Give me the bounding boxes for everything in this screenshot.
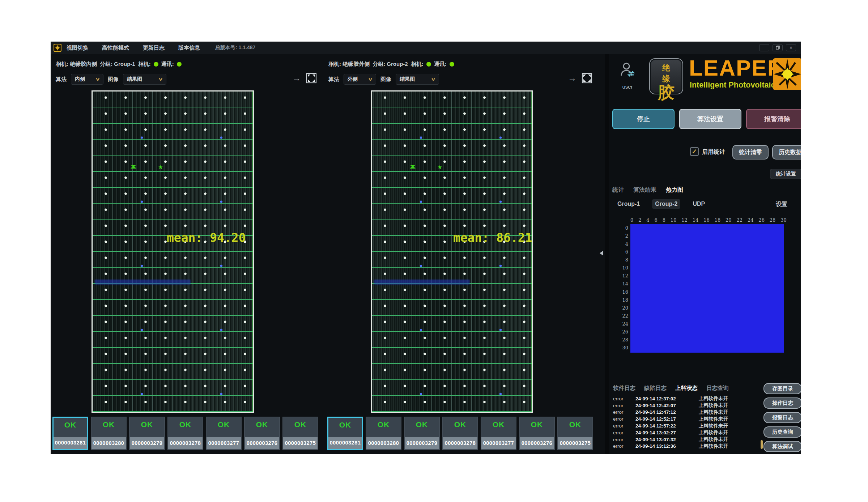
log-time: 24-09-14 12:42:07 [635, 403, 699, 408]
algo-label: 算法 [328, 76, 339, 83]
alarm-clear-button[interactable]: 报警清除 [746, 109, 801, 129]
result-tile[interactable]: OK 0000003278 [167, 417, 203, 450]
result-tile[interactable]: OK 0000003277 [481, 417, 516, 450]
result-tab[interactable]: 热力图 [666, 186, 683, 194]
fullscreen-icon[interactable] [306, 73, 317, 84]
tile-id: 0000003281 [328, 437, 362, 449]
user-icon [619, 62, 636, 81]
log-tabs: 软件日志缺陷日志上料状态日志查询 [613, 384, 729, 392]
menu-item[interactable]: 视图切换 [67, 44, 88, 51]
log-tab[interactable]: 缺陷日志 [644, 384, 667, 392]
result-tile[interactable]: OK 0000003281 [52, 417, 88, 450]
stats-settings-button[interactable]: 统计设置 [770, 169, 801, 179]
result-tab[interactable]: 算法结果 [633, 186, 656, 194]
log-time: 24-09-14 12:37:02 [635, 396, 699, 401]
title-bar: 视图切换高性能模式更新日志版本信息 总版本号: 1.1.487 – × [51, 42, 801, 54]
result-tile[interactable]: OK 0000003275 [282, 417, 318, 450]
log-side-button[interactable]: 算法调试 [763, 441, 801, 452]
x-tick-label: 6 [655, 217, 658, 223]
heatmap-y-axis: 024681012141618202224262830 [618, 225, 628, 350]
camera-2-cam-status-dot [426, 62, 431, 67]
restore-icon [776, 46, 780, 50]
close-button[interactable]: × [786, 44, 796, 51]
image-label: 图像 [380, 76, 391, 83]
menu-item[interactable]: 高性能模式 [102, 44, 129, 51]
camera-2-comm-status-dot [450, 62, 454, 67]
stats-clear-button[interactable]: 统计清零 [732, 145, 769, 159]
stop-button[interactable]: 停止 [612, 109, 675, 129]
log-side-button[interactable]: 存图目录 [763, 383, 801, 394]
log-scrollbar-thumb[interactable] [761, 440, 763, 449]
result-tile[interactable]: OK 0000003279 [129, 417, 165, 450]
log-list[interactable]: error 24-09-14 12:37:02 上料软件未开 error 24-… [613, 395, 758, 450]
camera-1-image[interactable]: mean: 94.20 [92, 90, 254, 413]
mean-value-overlay: mean: 94.20 [167, 231, 246, 245]
send-arrow-icon[interactable]: → [568, 74, 576, 82]
menu-item[interactable]: 版本信息 [178, 44, 200, 51]
y-tick-label: 4 [618, 241, 628, 247]
log-message: 上料软件未开 [699, 436, 758, 443]
enable-stats-checkbox[interactable]: ✓ [690, 147, 699, 156]
y-tick-label: 14 [618, 281, 628, 286]
camera-2-algo-select[interactable]: 外侧 ∨ [344, 74, 376, 85]
fullscreen-icon[interactable] [582, 73, 592, 84]
defect-mark-icon [410, 165, 416, 169]
defect-mark-icon [438, 165, 442, 169]
result-tile[interactable]: OK 0000003281 [327, 417, 363, 450]
brand-wordmark: LEAPER [689, 57, 784, 79]
tile-status: OK [92, 417, 126, 437]
result-tile[interactable]: OK 0000003280 [366, 417, 401, 450]
result-tile[interactable]: OK 0000003276 [244, 417, 280, 450]
result-tile[interactable]: OK 0000003275 [557, 417, 593, 450]
algo-select-value: 外侧 [348, 76, 358, 82]
log-side-button[interactable]: 操作日志 [763, 397, 801, 409]
history-data-button[interactable]: 历史数据 [772, 145, 801, 159]
result-tab[interactable]: 统计 [612, 186, 624, 194]
log-level: error [613, 443, 635, 449]
log-level: error [613, 423, 635, 429]
log-level: error [613, 437, 635, 442]
chevron-down-icon: ∨ [431, 77, 436, 82]
camera-2-image[interactable]: mean: 86.21 [371, 90, 533, 413]
heatmap-plot[interactable] [630, 224, 784, 353]
log-tab[interactable]: 软件日志 [613, 384, 635, 392]
app-window: 视图切换高性能模式更新日志版本信息 总版本号: 1.1.487 – × 相机: … [51, 42, 801, 454]
camera-1-algo-select[interactable]: 内侧 ∨ [71, 74, 103, 85]
group-tab[interactable]: Group-2 [652, 199, 680, 209]
log-side-button[interactable]: 历史查询 [763, 426, 801, 438]
log-row: error 24-09-14 12:42:07 上料软件未开 [613, 402, 758, 409]
menu-item[interactable]: 更新日志 [143, 44, 165, 51]
y-tick-label: 18 [618, 297, 628, 303]
result-tile[interactable]: OK 0000003280 [91, 417, 127, 450]
camera-2-tools: → [568, 73, 592, 84]
user-label: user [617, 84, 638, 90]
result-tile[interactable]: OK 0000003277 [206, 417, 242, 450]
sidebar-collapse-handle[interactable] [600, 251, 603, 256]
camera-1-image-select[interactable]: 结果图 ∨ [123, 74, 166, 85]
group-settings-button[interactable]: 设置 [776, 201, 787, 208]
tile-id: 0000003277 [207, 437, 241, 449]
restore-button[interactable] [773, 44, 783, 51]
tile-id: 0000003281 [54, 437, 87, 449]
tile-status: OK [207, 417, 241, 437]
result-tile[interactable]: OK 0000003276 [519, 417, 555, 450]
result-tile[interactable]: OK 0000003279 [404, 417, 440, 450]
result-tile[interactable]: OK 0000003278 [442, 417, 478, 450]
tile-status: OK [405, 417, 439, 437]
log-tab[interactable]: 日志查询 [706, 384, 729, 392]
log-tab[interactable]: 上料状态 [675, 384, 698, 392]
group-tab[interactable]: UDP [690, 199, 708, 209]
minimize-button[interactable]: – [759, 44, 769, 51]
image-select-value: 结果图 [127, 76, 142, 82]
result-tabs: 统计算法结果热力图 [612, 186, 683, 194]
log-side-button[interactable]: 报警日志 [763, 412, 801, 423]
group-tab[interactable]: Group-1 [614, 199, 643, 209]
camera-2-image-select[interactable]: 结果图 ∨ [396, 74, 439, 85]
algorithm-settings-button[interactable]: 算法设置 [679, 109, 741, 129]
user-button[interactable]: user [617, 62, 638, 90]
x-tick-label: 24 [748, 217, 754, 223]
tile-status: OK [54, 418, 87, 437]
log-row: error 24-09-14 12:37:02 上料软件未开 [613, 395, 758, 402]
badge-line1: 绝 缘 [650, 63, 682, 84]
send-arrow-icon[interactable]: → [292, 74, 301, 82]
